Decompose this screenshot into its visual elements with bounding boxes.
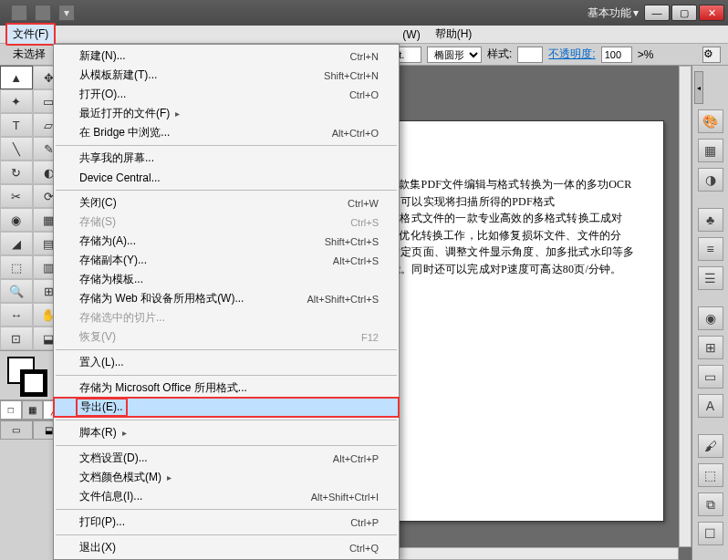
app-icon-1[interactable] <box>11 5 27 21</box>
app-icon-3[interactable]: ▾ <box>58 5 75 21</box>
menu-item-导出E[interactable]: 导出(E).. <box>54 398 399 417</box>
file-menu-dropdown: 新建(N)...Ctrl+N从模板新建(T)...Shift+Ctrl+N打开(… <box>53 44 400 560</box>
opacity-input[interactable] <box>601 47 632 63</box>
menu-item-脚本R[interactable]: 脚本(R) <box>54 423 399 442</box>
menu-item-文档设置D[interactable]: 文档设置(D)...Alt+Ctrl+P <box>54 449 399 468</box>
menu-item-打印P[interactable]: 打印(P)...Ctrl+P <box>54 513 399 532</box>
menu-item-存储为A[interactable]: 存储为(A)...Shift+Ctrl+S <box>54 232 399 251</box>
color-mode-1[interactable]: □ <box>0 400 22 420</box>
menu-file[interactable]: 文件(F) <box>5 23 56 46</box>
panel-dock: ◂ 🎨▦◑♣≡☰◉⊞▭A🖌⬚⧉☐ <box>692 66 728 560</box>
shape-select[interactable]: 椭圆形 <box>427 47 482 63</box>
menu-item-存储副本Y[interactable]: 存储副本(Y)...Alt+Ctrl+S <box>54 251 399 270</box>
window-maximize-button[interactable]: ▢ <box>671 5 697 21</box>
menu-item-文件信息I[interactable]: 文件信息(I)...Alt+Shift+Ctrl+I <box>54 487 399 506</box>
menu-item-打开O[interactable]: 打开(O)...Ctrl+O <box>54 85 399 104</box>
tool-20[interactable]: ↔ <box>0 303 33 327</box>
dock-panel-12[interactable]: ⧉ <box>698 493 723 516</box>
dock-panel-13[interactable]: ☐ <box>698 522 723 545</box>
tool-0[interactable]: ▲ <box>0 66 33 89</box>
opacity-label[interactable]: 不透明度: <box>548 47 595 62</box>
dock-panel-2[interactable]: ◑ <box>698 168 723 192</box>
menu-item-关闭C[interactable]: 关闭(C)Ctrl+W <box>54 193 399 213</box>
menu-item-最近打开的文件F[interactable]: 最近打开的文件(F) <box>54 104 399 123</box>
menu-item-新建N[interactable]: 新建(N)...Ctrl+N <box>54 47 399 66</box>
menu-item-置入L[interactable]: 置入(L)... <box>54 353 399 372</box>
dock-panel-1[interactable]: ▦ <box>698 139 723 162</box>
tool-12[interactable]: ◉ <box>0 208 33 232</box>
dock-panel-6[interactable]: ◉ <box>698 306 723 330</box>
screen-mode-1[interactable]: ▭ <box>0 420 33 440</box>
dock-panel-9[interactable]: A <box>698 394 723 418</box>
tool-10[interactable]: ✂ <box>0 184 33 208</box>
app-icon-2[interactable] <box>35 5 51 21</box>
menu-item-存储为模板[interactable]: 存储为模板... <box>54 270 399 289</box>
menu-item-文档颜色模式M[interactable]: 文档颜色模式(M) <box>54 468 399 487</box>
menu-item-存储选中的切片: 存储选中的切片... <box>54 308 399 327</box>
style-swatch[interactable] <box>517 47 543 63</box>
menu-item-退出X[interactable]: 退出(X)Ctrl+Q <box>54 538 399 557</box>
window-minimize-button[interactable]: — <box>644 5 670 21</box>
dock-panel-5[interactable]: ☰ <box>698 266 723 290</box>
menu-item-存储为-Web-和设备所用格式W[interactable]: 存储为 Web 和设备所用格式(W)...Alt+Shift+Ctrl+S <box>54 289 399 308</box>
tool-22[interactable]: ⊡ <box>0 327 33 350</box>
opacity-pct: >% <box>638 48 654 61</box>
menu-item-在-Bridge-中浏览[interactable]: 在 Bridge 中浏览...Alt+Ctrl+O <box>54 123 399 142</box>
menu-item-恢复V: 恢复(V)F12 <box>54 327 399 347</box>
tool-2[interactable]: ✦ <box>0 89 33 113</box>
tool-6[interactable]: ╲ <box>0 137 33 161</box>
menu-help[interactable]: 帮助(H) <box>430 25 478 44</box>
stroke-swatch[interactable] <box>20 369 47 397</box>
dock-panel-7[interactable]: ⊞ <box>698 336 723 359</box>
panel-menu-icon[interactable]: ⚙ <box>702 47 721 63</box>
tool-8[interactable]: ↻ <box>0 161 33 184</box>
color-mode-2[interactable]: ▦ <box>22 400 44 420</box>
dock-panel-4[interactable]: ≡ <box>698 237 723 261</box>
window-close-button[interactable]: ✕ <box>699 5 724 21</box>
tool-18[interactable]: 🔍 <box>0 279 33 303</box>
dock-panel-3[interactable]: ♣ <box>698 208 723 232</box>
tool-16[interactable]: ⬚ <box>0 255 33 279</box>
dock-panel-8[interactable]: ▭ <box>698 365 723 389</box>
title-bar: ▾ 基本功能▾ — ▢ ✕ <box>0 0 728 26</box>
menu-item-共享我的屏幕[interactable]: 共享我的屏幕... <box>54 149 399 168</box>
dock-panel-0[interactable]: 🎨 <box>698 109 723 133</box>
style-label: 样式: <box>487 47 512 62</box>
dock-collapse[interactable]: ◂ <box>694 71 703 104</box>
menu-item-存储为-Microsoft-Office-所用格式[interactable]: 存储为 Microsoft Office 所用格式... <box>54 379 399 398</box>
dock-panel-10[interactable]: 🖌 <box>698 434 723 458</box>
tool-14[interactable]: ◢ <box>0 232 33 255</box>
tool-4[interactable]: T <box>0 113 33 137</box>
selection-status: 未选择 <box>7 47 51 62</box>
menu-bar: 文件(F) (W) 帮助(H) <box>0 26 728 44</box>
menu-item-Device-Central[interactable]: Device Central... <box>54 168 399 187</box>
menu-window[interactable]: (W) <box>397 26 425 43</box>
dock-panel-11[interactable]: ⬚ <box>698 463 723 487</box>
workspace-switcher[interactable]: 基本功能▾ <box>588 5 639 21</box>
scrollbar-vertical[interactable] <box>679 66 692 547</box>
menu-item-从模板新建T[interactable]: 从模板新建(T)...Shift+Ctrl+N <box>54 66 399 85</box>
menu-item-存储S: 存储(S)Ctrl+S <box>54 213 399 232</box>
